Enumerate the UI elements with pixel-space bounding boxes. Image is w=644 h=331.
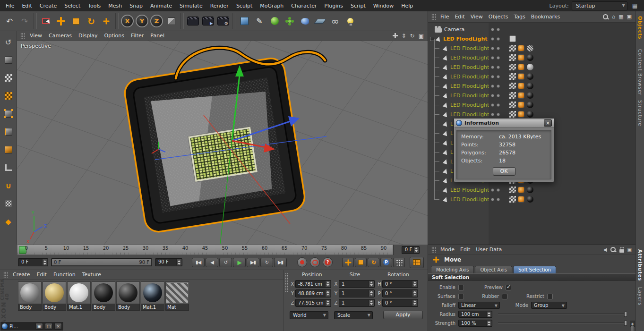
detach-icon[interactable]: ▣: [627, 247, 632, 252]
menubar-item[interactable]: Render: [206, 1, 232, 10]
tab-layers[interactable]: Layers: [637, 287, 643, 306]
lock-x-axis-button[interactable]: X: [121, 15, 134, 27]
menubar-item[interactable]: Tools: [84, 1, 104, 10]
undo-button[interactable]: ↶: [2, 13, 17, 29]
menubar-item[interactable]: Character: [287, 1, 320, 10]
stepper-icon[interactable]: [325, 290, 330, 297]
display-tag-icon[interactable]: [509, 35, 516, 42]
points-mode-button[interactable]: [1, 107, 16, 121]
menubar-item[interactable]: Window: [369, 1, 397, 10]
position-field[interactable]: 48.889 cm: [295, 289, 331, 297]
object-manager-menu-item[interactable]: Objects: [486, 13, 511, 21]
material-menu-item[interactable]: Edit: [34, 271, 50, 279]
material-menu-item[interactable]: Texture: [79, 271, 104, 279]
stepper-icon[interactable]: [325, 300, 330, 306]
menubar-item[interactable]: Select: [60, 1, 84, 10]
scrollbar-thumb[interactable]: [631, 326, 634, 331]
visibility-dots[interactable]: [491, 188, 500, 192]
texture-tag-icon[interactable]: [509, 196, 516, 203]
uv-mode-button[interactable]: [1, 89, 16, 103]
texture-tag-icon[interactable]: [509, 83, 516, 89]
pan-view-icon[interactable]: [393, 33, 398, 38]
scale-tool-button[interactable]: [69, 13, 84, 29]
stepper-icon[interactable]: [412, 281, 417, 287]
attribute-menu-item[interactable]: User Data: [473, 246, 505, 254]
model-mode-button[interactable]: [1, 53, 16, 67]
attribute-menu-item[interactable]: Mode: [438, 246, 457, 254]
filter-icon[interactable]: ▦: [618, 14, 623, 20]
object-manager-menu-item[interactable]: Tags: [511, 13, 528, 21]
zoom-view-icon[interactable]: ⇕: [402, 33, 406, 39]
material-item[interactable]: Body: [43, 281, 66, 311]
menubar-item[interactable]: MoGraph: [256, 1, 287, 10]
stepper-icon[interactable]: [369, 290, 374, 297]
viewport-canvas[interactable]: Y Z X: [17, 41, 428, 245]
material-tag-icon[interactable]: [527, 83, 533, 89]
object-row[interactable]: LED FloodLight: [428, 185, 635, 195]
rotate-view-icon[interactable]: ↻: [410, 33, 415, 39]
menubar-item[interactable]: Simulate: [176, 1, 206, 10]
visibility-dots[interactable]: [491, 103, 500, 107]
render-view-button[interactable]: [185, 13, 200, 29]
search-icon[interactable]: [610, 247, 616, 253]
object-row[interactable]: LED FloodLight: [428, 72, 635, 81]
position-field[interactable]: -8.781 cm: [295, 280, 331, 288]
preview-checkbox[interactable]: [506, 285, 511, 290]
stepper-icon[interactable]: [42, 259, 47, 265]
radius-slider[interactable]: [498, 314, 627, 315]
maximize-button[interactable]: ▢: [45, 323, 52, 330]
panel-grip[interactable]: [3, 272, 8, 278]
material-menu-item[interactable]: Create: [9, 271, 34, 279]
current-frame-field[interactable]: 0 F: [402, 246, 420, 254]
move-tool-button[interactable]: [53, 13, 69, 29]
object-row-camera[interactable]: Camera: [428, 25, 635, 34]
viewport-menu-item[interactable]: Filter: [128, 32, 147, 40]
texture-tag-icon[interactable]: [509, 111, 516, 118]
add-environment-button[interactable]: ∞: [327, 13, 343, 29]
playback-end-field[interactable]: 90 F: [155, 258, 182, 266]
size-field[interactable]: 1: [339, 280, 375, 288]
visibility-dots[interactable]: [491, 113, 500, 116]
material-tag-icon[interactable]: [527, 64, 533, 70]
slider-thumb[interactable]: [624, 312, 627, 317]
coordinate-system-button[interactable]: [164, 13, 179, 29]
key-parameter-button[interactable]: P: [380, 258, 392, 267]
menubar-item[interactable]: Sculpt: [232, 1, 256, 10]
picture-viewer-taskbar[interactable]: Pi... ▣ ▢ ×: [0, 322, 64, 331]
object-manager-menu-item[interactable]: File: [438, 13, 452, 21]
goto-start-button[interactable]: ▮◀: [192, 258, 205, 267]
object-manager-menu-item[interactable]: View: [468, 13, 486, 21]
texture-tag-icon[interactable]: [509, 92, 516, 99]
attribute-menu-item[interactable]: Edit: [457, 246, 473, 254]
polygons-mode-button[interactable]: [1, 143, 16, 157]
next-frame-button[interactable]: ▶▮: [247, 258, 259, 267]
menubar-item[interactable]: Edit: [18, 1, 35, 10]
texture-paint-button[interactable]: [1, 196, 16, 211]
viewport-menu-item[interactable]: Options: [101, 32, 128, 40]
key-pla-button[interactable]: [393, 258, 405, 267]
scrollbar[interactable]: ▲ ▼: [630, 321, 635, 327]
detach-icon[interactable]: ▣: [627, 14, 632, 20]
viewport-menu-item[interactable]: View: [26, 32, 45, 40]
restore-button[interactable]: ▣: [35, 323, 43, 330]
add-light-button[interactable]: [343, 13, 358, 29]
previous-frame-button[interactable]: ◀: [206, 258, 218, 267]
close-button[interactable]: ×: [54, 323, 62, 330]
material-tag-icon[interactable]: [527, 73, 533, 80]
texture-tag-icon[interactable]: [509, 187, 516, 193]
panel-grip[interactable]: [285, 273, 288, 292]
key-scale-button[interactable]: [355, 258, 367, 267]
object-row[interactable]: LED FloodLight: [428, 195, 635, 204]
goto-end-button[interactable]: ▶▮: [274, 258, 287, 267]
stepper-icon[interactable]: [486, 312, 491, 317]
texture-tag-icon[interactable]: [509, 73, 516, 80]
phong-tag-icon[interactable]: [518, 83, 524, 89]
object-row-parent[interactable]: LED FloodLight: [428, 34, 635, 43]
slider-thumb[interactable]: [624, 321, 627, 326]
add-deformer-button[interactable]: [297, 13, 312, 29]
menubar-item[interactable]: Plugins: [321, 1, 347, 10]
phong-tag-icon[interactable]: [518, 54, 524, 61]
viewport-menu-item[interactable]: Display: [75, 32, 101, 40]
object-manager-menu-item[interactable]: Edit: [452, 13, 467, 21]
playback-start-field[interactable]: 0 F: [18, 258, 48, 266]
